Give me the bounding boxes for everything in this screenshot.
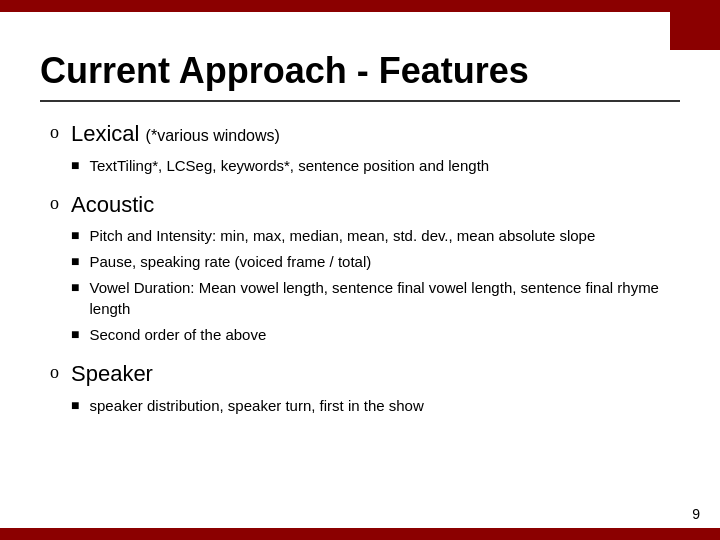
bullet-acoustic: o Acoustic ■ Pitch and Intensity: min, m… [50,191,680,351]
sub-bullet-text: Vowel Duration: Mean vowel length, sente… [89,277,680,319]
bullet-lexical-content: Lexical (*various windows) ■ TextTiling*… [71,120,489,181]
slide-title: Current Approach - Features [40,50,680,92]
sub-bullet-text: speaker distribution, speaker turn, firs… [89,395,423,416]
sub-bullet-marker: ■ [71,280,79,296]
bullet-lexical: o Lexical (*various windows) ■ TextTilin… [50,120,680,181]
bullet-acoustic-label: Acoustic [71,192,154,217]
sub-bullet-item: ■ Second order of the above [71,324,680,345]
sub-bullet-text: Second order of the above [89,324,266,345]
sub-bullet-marker: ■ [71,327,79,343]
sub-bullet-item: ■ Vowel Duration: Mean vowel length, sen… [71,277,680,319]
bullet-marker-lexical: o [50,122,59,143]
bullet-lexical-label: Lexical (*various windows) [71,121,280,146]
page-number: 9 [692,506,700,522]
bullet-speaker-content: Speaker ■ speaker distribution, speaker … [71,360,424,421]
sub-bullet-text: TextTiling*, LCSeg, keywords*, sentence … [89,155,489,176]
top-right-square-decoration [670,0,720,50]
lexical-sub-bullets: ■ TextTiling*, LCSeg, keywords*, sentenc… [71,155,489,176]
sub-bullet-text: Pause, speaking rate (voiced frame / tot… [89,251,371,272]
slide-content: o Lexical (*various windows) ■ TextTilin… [40,120,680,421]
sub-bullet-marker: ■ [71,254,79,270]
bottom-bar-decoration [0,528,720,540]
bullet-marker-acoustic: o [50,193,59,214]
title-divider [40,100,680,102]
sub-bullet-item: ■ speaker distribution, speaker turn, fi… [71,395,424,416]
bullet-marker-speaker: o [50,362,59,383]
slide-container: Current Approach - Features o Lexical (*… [0,0,720,540]
sub-bullet-marker: ■ [71,228,79,244]
bullet-speaker: o Speaker ■ speaker distribution, speake… [50,360,680,421]
bullet-acoustic-content: Acoustic ■ Pitch and Intensity: min, max… [71,191,680,351]
sub-bullet-item: ■ TextTiling*, LCSeg, keywords*, sentenc… [71,155,489,176]
sub-bullet-marker: ■ [71,158,79,174]
top-bar-decoration [0,0,720,12]
sub-bullet-item: ■ Pause, speaking rate (voiced frame / t… [71,251,680,272]
acoustic-sub-bullets: ■ Pitch and Intensity: min, max, median,… [71,225,680,345]
speaker-sub-bullets: ■ speaker distribution, speaker turn, fi… [71,395,424,416]
sub-bullet-marker: ■ [71,398,79,414]
bullet-speaker-label: Speaker [71,361,153,386]
lexical-note: (*various windows) [146,127,280,144]
sub-bullet-text: Pitch and Intensity: min, max, median, m… [89,225,595,246]
sub-bullet-item: ■ Pitch and Intensity: min, max, median,… [71,225,680,246]
